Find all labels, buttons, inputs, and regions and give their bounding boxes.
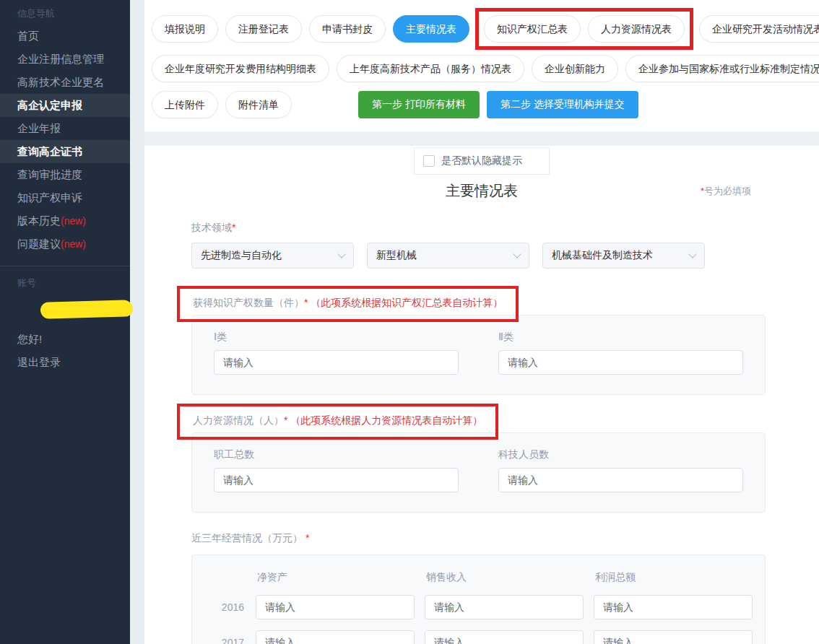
tab-hr-situation[interactable]: 人力资源情况表 (588, 15, 685, 43)
col-header-total-profit: 利润总额 (594, 571, 753, 584)
tab-rd-expense-detail[interactable]: 企业年度研究开发费用结构明细表 (152, 55, 329, 82)
tech-select-level1[interactable]: 先进制造与自动化 (191, 243, 354, 269)
tech-staff-field: 科技人员数 (498, 448, 743, 492)
sales-revenue-2017-input[interactable] (425, 630, 584, 644)
red-annotation-box-tabs: 知识产权汇总表 人力资源情况表 (475, 8, 693, 50)
tab-ip-summary[interactable]: 知识产权汇总表 (484, 15, 581, 43)
tab-rd-activities[interactable]: 企业研究开发活动情况表 (699, 15, 819, 43)
ip-class2-field: Ⅱ类 (498, 331, 743, 375)
biz-grid: 净资产 销售收入 利润总额 2016 2017 2018 (214, 571, 743, 644)
ip-class2-label: Ⅱ类 (498, 331, 743, 344)
year-label-2016: 2016 (214, 601, 246, 613)
biz-panel: 净资产 销售收入 利润总额 2016 2017 2018 (191, 554, 766, 644)
tab-registration-form[interactable]: 注册登记表 (225, 15, 302, 43)
main-content: 填报说明 注册登记表 申请书封皮 主要情况表 知识产权汇总表 人力资源情况表 企… (144, 0, 819, 644)
chevron-down-icon (688, 250, 696, 258)
sidebar-item-certification-apply[interactable]: 高企认定申报 (0, 94, 130, 117)
form-body: 技术领域* 先进制造与自动化 新型机械 机械基础件及制造技术 获得知识产权数量 (144, 203, 819, 644)
ip-class1-field: Ⅰ类 (214, 331, 459, 375)
red-annotation-box-ip: 获得知识产权数量（件）* （此项系统根据知识产权汇总表自动计算） (177, 286, 519, 322)
total-profit-2016-input[interactable] (594, 595, 753, 619)
net-assets-2016-input[interactable] (256, 595, 415, 619)
tab-application-cover[interactable]: 申请书封皮 (309, 15, 386, 43)
sidebar-item-rename[interactable]: 高新技术企业更名 (0, 71, 130, 94)
tab-bar-card: 填报说明 注册登记表 申请书封皮 主要情况表 知识产权汇总表 人力资源情况表 企… (144, 0, 819, 131)
sidebar-gutter (130, 0, 144, 644)
new-badge: (new) (61, 238, 86, 250)
hr-auto-calc-note: （此项系统根据人力资源情况表自动计算） (290, 414, 482, 426)
sidebar-divider (0, 266, 130, 266)
form-card: 是否默认隐藏提示 主要情况表 *号为必填项 技术领域* 先进制造与自动化 新型机… (144, 146, 819, 644)
hide-hint-label: 是否默认隐藏提示 (441, 155, 522, 167)
ip-panel: Ⅰ类 Ⅱ类 (191, 315, 766, 395)
logout-button[interactable]: 退出登录 (0, 351, 130, 374)
net-assets-2017-input[interactable] (256, 630, 415, 644)
tab-row-2: 企业年度研究开发费用结构明细表 上年度高新技术产品（服务）情况表 企业创新能力 … (152, 55, 812, 82)
sidebar-item-query-certificate[interactable]: 查询高企证书 (0, 140, 130, 163)
sidebar-item-approval-progress[interactable]: 查询审批进度 (0, 163, 130, 186)
tech-staff-input[interactable] (498, 468, 743, 492)
ip-auto-calc-note: （此项系统根据知识产权汇总表自动计算） (311, 297, 503, 308)
tab-standards-summary[interactable]: 企业参加与国家标准或行业标准制定情况汇总表 (625, 55, 819, 82)
col-header-sales-revenue: 销售收入 (425, 571, 584, 584)
new-badge: (new) (61, 215, 86, 227)
tech-staff-label: 科技人员数 (498, 448, 743, 461)
tab-innovation-ability[interactable]: 企业创新能力 (532, 55, 618, 82)
col-header-net-assets: 净资产 (256, 571, 415, 584)
sidebar-section-account: 账号 (0, 272, 130, 294)
tab-hightech-products[interactable]: 上年度高新技术产品（服务）情况表 (337, 55, 524, 82)
sidebar-item-home[interactable]: 首页 (0, 25, 130, 48)
total-staff-input[interactable] (214, 468, 459, 492)
tech-select-level3[interactable]: 机械基础件及制造技术 (542, 243, 705, 269)
step1-print-button[interactable]: 第一步 打印所有材料 (358, 91, 480, 118)
red-annotation-box-hr: 人力资源情况（人）* （此项系统根据人力资源情况表自动计算） (177, 404, 498, 440)
total-staff-label: 职工总数 (214, 448, 459, 461)
required-note: *号为必填项 (701, 185, 751, 198)
tab-row-3: 上传附件 附件清单 第一步 打印所有材料 第二步 选择受理机构并提交 (152, 91, 812, 118)
chevron-down-icon (337, 250, 345, 258)
tech-field-label: 技术领域* (191, 222, 766, 235)
total-staff-field: 职工总数 (214, 448, 459, 492)
sidebar-item-feedback[interactable]: 问题建议(new) (0, 232, 130, 256)
tab-upload-attachment[interactable]: 上传附件 (152, 91, 218, 118)
title-row: 主要情况表 *号为必填项 (144, 181, 819, 203)
sidebar-item-annual-report[interactable]: 企业年报 (0, 117, 130, 140)
tech-selects-row: 先进制造与自动化 新型机械 机械基础件及制造技术 (191, 243, 766, 269)
sidebar-section-nav: 信息导航 (0, 3, 130, 25)
sales-revenue-2016-input[interactable] (425, 595, 584, 619)
ip-class1-label: Ⅰ类 (214, 331, 459, 344)
hr-panel: 职工总数 科技人员数 (191, 432, 766, 513)
sidebar-item-ip-appeal[interactable]: 知识产权申诉 (0, 186, 130, 209)
redacted-account-highlight (40, 300, 134, 319)
total-profit-2017-input[interactable] (594, 630, 753, 644)
hide-hint-checkbox[interactable] (423, 155, 435, 167)
year-label-2017: 2017 (214, 637, 246, 644)
sidebar-item-registration-info[interactable]: 企业注册信息管理 (0, 48, 130, 71)
step2-submit-button[interactable]: 第二步 选择受理机构并提交 (487, 91, 638, 118)
greeting-text: 您好! (0, 328, 130, 351)
chevron-down-icon (513, 250, 521, 258)
hide-hint-container: 是否默认隐藏提示 (414, 147, 550, 175)
biz-section-label: 近三年经营情况（万元） * (191, 532, 766, 545)
sidebar-item-version-history[interactable]: 版本历史(new) (0, 209, 130, 232)
tab-attachment-list[interactable]: 附件清单 (225, 91, 292, 118)
tab-row-1: 填报说明 注册登记表 申请书封皮 主要情况表 知识产权汇总表 人力资源情况表 企… (152, 12, 812, 46)
ip-class2-input[interactable] (498, 350, 743, 375)
tech-select-level2[interactable]: 新型机械 (367, 243, 529, 269)
tab-main-situation[interactable]: 主要情况表 (393, 15, 469, 43)
tab-filling-instructions[interactable]: 填报说明 (152, 15, 218, 43)
sidebar: 信息导航 首页 企业注册信息管理 高新技术企业更名 高企认定申报 企业年报 查询… (0, 0, 130, 644)
ip-class1-input[interactable] (214, 350, 459, 375)
page-title: 主要情况表 (446, 183, 518, 199)
